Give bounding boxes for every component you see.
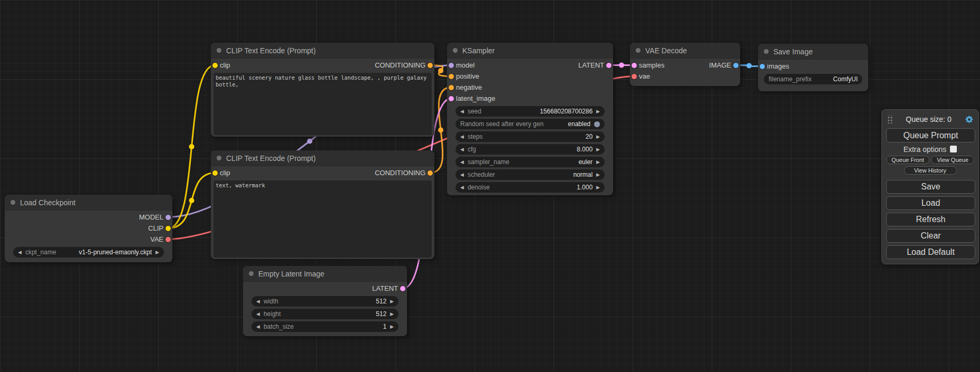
link-midpoint-dot: [746, 63, 752, 69]
widget-height[interactable]: ◀ height 512 ▶: [251, 309, 399, 319]
output-port-latent[interactable]: [606, 63, 612, 68]
save-button[interactable]: Save: [886, 180, 975, 194]
view-history-button[interactable]: View History: [904, 166, 957, 175]
arrow-right-icon[interactable]: ▶: [596, 106, 600, 117]
view-queue-button[interactable]: View Queue: [931, 156, 974, 164]
negative-prompt-textarea[interactable]: text, watermark: [214, 180, 432, 257]
input-port-images[interactable]: [760, 64, 765, 69]
node-title-bar[interactable]: CLIP Text Encode (Prompt): [211, 43, 434, 59]
arrow-left-icon[interactable]: ◀: [256, 321, 260, 332]
arrow-right-icon[interactable]: ▶: [596, 144, 600, 155]
load-button[interactable]: Load: [886, 196, 975, 210]
node-title-bar[interactable]: CLIP Text Encode (Prompt): [211, 150, 434, 166]
widget-ckpt-name[interactable]: ◀ ckpt_name v1-5-pruned-emaonly.ckpt ▶: [13, 247, 164, 257]
arrow-right-icon[interactable]: ▶: [390, 321, 394, 332]
input-port-negative[interactable]: [449, 85, 454, 90]
input-port-model[interactable]: [449, 63, 454, 68]
node-title-bar[interactable]: Save Image: [758, 44, 868, 60]
clear-button[interactable]: Clear: [886, 229, 975, 243]
queue-front-button[interactable]: Queue Front: [886, 156, 929, 164]
node-ksampler[interactable]: KSampler model LATENT positive negative …: [447, 43, 613, 195]
arrow-left-icon[interactable]: ◀: [256, 309, 260, 319]
node-clip-text-encode-positive[interactable]: CLIP Text Encode (Prompt) clip CONDITION…: [211, 43, 434, 137]
queue-prompt-button[interactable]: Queue Prompt: [886, 128, 975, 142]
arrow-left-icon[interactable]: ◀: [18, 247, 22, 257]
node-graph-canvas[interactable]: Load Checkpoint MODEL CLIP VAE ◀ ckpt_na…: [0, 0, 980, 372]
collapse-dot[interactable]: [453, 48, 458, 53]
node-load-checkpoint[interactable]: Load Checkpoint MODEL CLIP VAE ◀ ckpt_na…: [5, 195, 172, 262]
widget-batch-size[interactable]: ◀ batch_size 1 ▶: [251, 321, 399, 332]
arrow-right-icon[interactable]: ▶: [596, 131, 600, 142]
drag-handle-icon[interactable]: [887, 115, 892, 123]
output-port-clip[interactable]: [166, 226, 171, 231]
toggle-dot-icon[interactable]: [594, 121, 600, 127]
widget-value: v1-5-pruned-emaonly.ckpt: [79, 249, 152, 256]
collapse-dot[interactable]: [217, 48, 221, 53]
extra-options-checkbox[interactable]: [950, 146, 957, 152]
output-port-model[interactable]: [166, 215, 171, 220]
widget-sampler-name[interactable]: ◀ sampler_name euler ▶: [455, 157, 605, 167]
output-port-vae[interactable]: [166, 237, 171, 242]
arrow-left-icon[interactable]: ◀: [460, 106, 464, 117]
input-port-positive[interactable]: [449, 74, 454, 79]
widget-seed[interactable]: ◀ seed 156680208700286 ▶: [455, 106, 605, 117]
output-label-latent: LATENT: [578, 61, 604, 69]
node-title-bar[interactable]: Empty Latent Image: [243, 266, 407, 282]
node-title: Load Checkpoint: [20, 198, 75, 207]
arrow-right-icon[interactable]: ▶: [390, 296, 394, 307]
widget-cfg[interactable]: ◀ cfg 8.000 ▶: [455, 144, 605, 155]
queue-panel: Queue size: 0 Queue Prompt Extra options…: [881, 109, 979, 264]
refresh-button[interactable]: Refresh: [886, 213, 975, 226]
input-label-samples: samples: [639, 61, 664, 69]
arrow-left-icon[interactable]: ◀: [460, 169, 464, 180]
arrow-left-icon[interactable]: ◀: [256, 296, 260, 307]
widget-denoise[interactable]: ◀ denoise 1.000 ▶: [455, 182, 605, 193]
widget-label: sampler_name: [468, 158, 509, 166]
node-title-bar[interactable]: VAE Decode: [630, 43, 740, 59]
arrow-right-icon[interactable]: ▶: [156, 247, 159, 257]
widget-value: enabled: [568, 120, 590, 128]
settings-gear-icon[interactable]: [965, 115, 974, 124]
node-empty-latent-image[interactable]: Empty Latent Image LATENT ◀ width 512 ▶ …: [243, 266, 407, 336]
widget-steps[interactable]: ◀ steps 20 ▶: [455, 131, 605, 142]
node-title-bar[interactable]: Load Checkpoint: [5, 195, 172, 211]
output-label-image: IMAGE: [709, 61, 731, 69]
input-port-samples[interactable]: [632, 63, 637, 68]
input-port-clip[interactable]: [212, 170, 218, 176]
widget-width[interactable]: ◀ width 512 ▶: [251, 296, 399, 307]
collapse-dot[interactable]: [636, 48, 641, 53]
collapse-dot[interactable]: [11, 200, 15, 205]
node-title-bar[interactable]: KSampler: [447, 43, 613, 59]
output-port-conditioning[interactable]: [428, 63, 433, 68]
link-midpoint-dot: [307, 139, 313, 144]
node-vae-decode[interactable]: VAE Decode samples IMAGE vae: [630, 43, 740, 86]
positive-prompt-textarea[interactable]: beautiful scenery nature glass bottle la…: [214, 73, 432, 135]
node-save-image[interactable]: Save Image images filename_prefix ComfyU…: [758, 44, 868, 91]
collapse-dot[interactable]: [249, 271, 254, 276]
output-port-conditioning[interactable]: [428, 170, 433, 176]
collapse-dot[interactable]: [217, 156, 221, 160]
arrow-left-icon[interactable]: ◀: [460, 131, 464, 142]
widget-filename-prefix[interactable]: filename_prefix ComfyUI: [764, 74, 862, 84]
arrow-right-icon[interactable]: ▶: [596, 157, 600, 167]
arrow-right-icon[interactable]: ▶: [596, 182, 600, 193]
load-default-button[interactable]: Load Default: [886, 245, 975, 259]
node-clip-text-encode-negative[interactable]: CLIP Text Encode (Prompt) clip CONDITION…: [211, 150, 434, 259]
output-port-latent[interactable]: [400, 286, 405, 291]
input-port-clip[interactable]: [212, 63, 218, 68]
collapse-dot[interactable]: [764, 49, 769, 54]
input-port-vae[interactable]: [632, 74, 637, 79]
widget-value: 1.000: [577, 184, 593, 191]
arrow-left-icon[interactable]: ◀: [460, 182, 464, 193]
arrow-left-icon[interactable]: ◀: [460, 144, 464, 155]
node-title: Save Image: [773, 47, 813, 56]
widget-random-seed-toggle[interactable]: Random seed after every gen enabled: [455, 119, 605, 129]
arrow-right-icon[interactable]: ▶: [596, 169, 600, 180]
arrow-right-icon[interactable]: ▶: [390, 309, 394, 319]
output-label-clip: CLIP: [148, 224, 163, 232]
output-port-image[interactable]: [733, 63, 739, 68]
input-port-latent-image[interactable]: [449, 96, 454, 101]
link-midpoint-dot: [438, 68, 443, 73]
widget-scheduler[interactable]: ◀ scheduler normal ▶: [455, 169, 605, 180]
arrow-left-icon[interactable]: ◀: [460, 157, 464, 167]
